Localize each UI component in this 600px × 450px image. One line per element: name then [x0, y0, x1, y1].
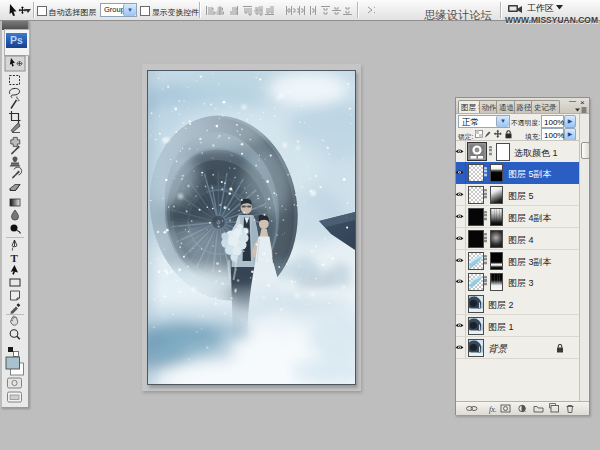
svg-text:fx.: fx.: [489, 405, 497, 414]
svg-text:.: .: [525, 406, 527, 413]
svg-text:T: T: [11, 252, 19, 264]
